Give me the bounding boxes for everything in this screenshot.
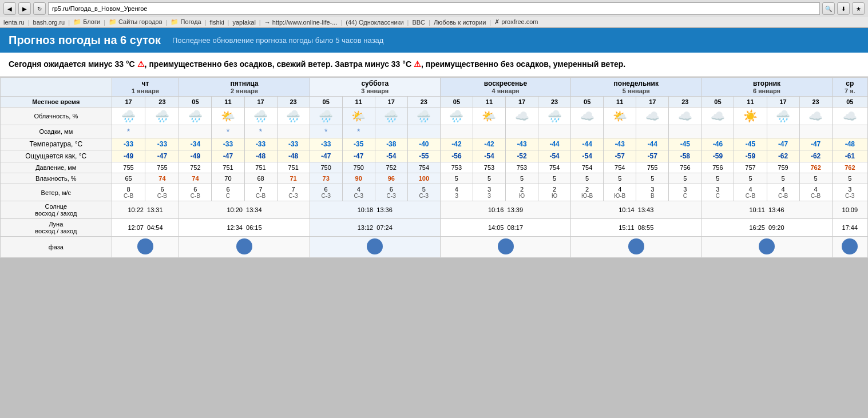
temp-fri-11: -33 (212, 138, 244, 150)
feels-thu-23: -47 (145, 150, 179, 162)
moon-thu: 12:07 04:54 (112, 219, 179, 237)
refresh-button[interactable]: ↻ (33, 2, 46, 15)
pres-tue-23: 762 (799, 162, 832, 173)
bookmark-button[interactable]: ★ (852, 2, 865, 15)
wind-tue-11: 4С-В (734, 184, 767, 201)
day-mon: понедельник 5 января (571, 78, 701, 97)
bookmark-cities[interactable]: 📁 Сайты городов (109, 18, 162, 26)
cloud-wed-05: ☁️ (832, 108, 867, 125)
bookmark-proxy[interactable]: ✗ proxfree.com (494, 18, 538, 26)
time-tue-17: 17 (767, 97, 799, 108)
temp-sun-11: -42 (473, 138, 505, 150)
feels-fri-11: -47 (212, 150, 244, 162)
precip-tue-11 (734, 125, 767, 138)
time-mon-17: 17 (636, 97, 669, 108)
wind-sat-17: 6С-З (375, 184, 407, 201)
back-button[interactable]: ◀ (3, 2, 16, 15)
hum-thu-17: 65 (112, 173, 145, 184)
hum-wed-05: 5 (832, 173, 867, 184)
bookmark-ok[interactable]: (44) Одноклассники (346, 19, 403, 26)
temp-mon-17: -44 (636, 138, 669, 150)
bookmark-fishki[interactable]: fishki (210, 19, 224, 26)
hum-sun-17: 5 (506, 173, 538, 184)
temp-sun-17: -43 (506, 138, 538, 150)
bookmark-yaplakal[interactable]: yaplakal (232, 19, 255, 26)
hum-fri-11: 70 (212, 173, 244, 184)
pres-sat-23: 754 (407, 162, 440, 173)
feels-sun-23: -54 (538, 150, 571, 162)
time-sun-05: 05 (440, 97, 473, 108)
wind-tue-17: 4С-В (767, 184, 799, 201)
hum-sat-23: 100 (407, 173, 440, 184)
precip-mon-23 (669, 125, 701, 138)
feels-sun-17: -52 (506, 150, 538, 162)
bookmark-love[interactable]: Любовь к истории (434, 19, 486, 26)
precip-fri-17: * (244, 125, 277, 138)
hum-tue-05: 5 (701, 173, 734, 184)
precip-sat-23 (407, 125, 440, 138)
wind-thu-23: 6С-В (145, 184, 179, 201)
download-button[interactable]: ⬇ (837, 2, 850, 15)
bookmark-online[interactable]: → http://www.online-life-... (264, 19, 338, 26)
bookmark-bbc[interactable]: BBC (412, 19, 425, 26)
search-button[interactable]: 🔍 (822, 2, 835, 15)
cloud-sat-05: 🌧️ (310, 108, 342, 125)
time-sat-11: 11 (342, 97, 375, 108)
temp-sun-05: -42 (440, 138, 473, 150)
cloud-tue-11: ☀️ (734, 108, 767, 125)
temp-fri-23: -33 (277, 138, 310, 150)
wind-sat-11: 4С-З (342, 184, 375, 201)
phase-fri (179, 237, 310, 258)
moon-tue: 16:25 09:20 (701, 219, 832, 237)
phase-thu (112, 237, 179, 258)
forward-button[interactable]: ▶ (18, 2, 31, 15)
temp-fri-17: -33 (244, 138, 277, 150)
bookmark-weather[interactable]: 📁 Погода (171, 18, 201, 26)
pressure-label: Давление, мм (1, 162, 112, 173)
cloud-sat-11: 🌤️ (342, 108, 375, 125)
weather-table: чт 1 января пятница 2 января суббота 3 я… (0, 77, 868, 258)
hum-tue-11: 5 (734, 173, 767, 184)
feels-tue-23: -62 (799, 150, 832, 162)
feels-mon-23: -58 (669, 150, 701, 162)
temp-mon-11: -43 (604, 138, 636, 150)
wind-tue-23: 4С-В (799, 184, 832, 201)
bookmark-bash[interactable]: bash.org.ru (33, 19, 65, 26)
cloud-tue-23: ☁️ (799, 108, 832, 125)
cloud-thu-23: 🌧️ (145, 108, 179, 125)
alert-box: Сегодня ожидается минус 33 °C ⚠, преимущ… (0, 53, 868, 77)
wind-sun-11: 3З (473, 184, 505, 201)
sun-thu: 10:22 13:31 (112, 201, 179, 219)
temp-sun-23: -44 (538, 138, 571, 150)
wind-thu-17: 8С-В (112, 184, 145, 201)
bookmark-lenta[interactable]: lenta.ru (3, 19, 25, 26)
cloud-mon-11: 🌤️ (604, 108, 636, 125)
cloud-fri-05: 🌧️ (179, 108, 212, 125)
pres-sun-17: 753 (506, 162, 538, 173)
temp-mon-23: -45 (669, 138, 701, 150)
precip-wed-05 (832, 125, 867, 138)
bookmark-blogs[interactable]: 📁 Блоги (73, 18, 100, 26)
moon-sun: 14:05 08:17 (440, 219, 570, 237)
sun-sun: 10:16 13:39 (440, 201, 570, 219)
precip-sat-17 (375, 125, 407, 138)
time-sun-23: 23 (538, 97, 571, 108)
phase-sun (440, 237, 570, 258)
pres-wed-05: 762 (832, 162, 867, 173)
day-wed: ср 7 я. (832, 78, 867, 97)
time-sat-05: 05 (310, 97, 342, 108)
temp-wed-05: -48 (832, 138, 867, 150)
feels-thu-17: -49 (112, 150, 145, 162)
hum-mon-23: 5 (669, 173, 701, 184)
wind-sat-05: 6С-З (310, 184, 342, 201)
feels-sat-11: -47 (342, 150, 375, 162)
address-bar[interactable] (48, 2, 820, 15)
time-sat-17: 17 (375, 97, 407, 108)
day-tue: вторник 6 января (701, 78, 832, 97)
temp-thu-17: -33 (112, 138, 145, 150)
wind-mon-11: 4Ю-В (604, 184, 636, 201)
precip-thu-23 (145, 125, 179, 138)
feels-fri-23: -48 (277, 150, 310, 162)
feels-sat-17: -54 (375, 150, 407, 162)
feels-tue-11: -59 (734, 150, 767, 162)
